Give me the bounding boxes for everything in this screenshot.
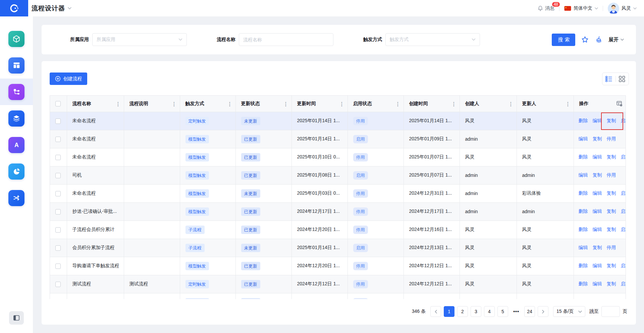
- clear-filters-button[interactable]: [595, 36, 603, 44]
- list-view-button[interactable]: [602, 73, 615, 85]
- action-link-启用[interactable]: 启用: [621, 227, 626, 233]
- action-link-删除[interactable]: 删除: [579, 281, 588, 287]
- action-link-启用[interactable]: 启用: [621, 263, 626, 269]
- action-link-复制[interactable]: 复制: [607, 227, 616, 233]
- page-button-2[interactable]: 2: [457, 306, 468, 317]
- page-button-1[interactable]: 1: [444, 306, 454, 317]
- sidebar-item-pie[interactable]: [0, 158, 33, 185]
- action-link-复制[interactable]: 复制: [607, 190, 616, 196]
- language-selector[interactable]: 简体中文: [564, 5, 598, 11]
- column-menu-icon[interactable]: ⋮: [395, 101, 400, 106]
- page-button-24[interactable]: 24: [524, 306, 535, 317]
- cell-update-status: 已更新: [235, 202, 291, 221]
- column-menu-icon[interactable]: ⋮: [172, 101, 177, 106]
- row-checkbox[interactable]: [55, 118, 61, 124]
- page-button-4[interactable]: 4: [484, 306, 495, 317]
- action-link-停用[interactable]: 停用: [607, 245, 616, 251]
- action-link-删除[interactable]: 删除: [579, 154, 588, 160]
- cell-enable-status-tag: 停用: [353, 280, 368, 288]
- create-process-button[interactable]: 创建流程: [50, 73, 87, 85]
- page-button-3[interactable]: 3: [471, 306, 481, 317]
- action-link-删除[interactable]: 删除: [579, 208, 588, 215]
- app-select[interactable]: 所属应用: [92, 33, 187, 46]
- row-checkbox[interactable]: [55, 282, 61, 287]
- action-link-启用[interactable]: 启用: [621, 154, 626, 160]
- grid-view-button[interactable]: [616, 73, 629, 85]
- action-link-删除[interactable]: 删除: [579, 227, 588, 233]
- cell-updater: 风灵: [517, 112, 574, 130]
- action-link-编辑[interactable]: 编辑: [593, 190, 602, 196]
- action-link-复制[interactable]: 复制: [593, 136, 602, 142]
- cell-enable-status-tag: 停用: [353, 262, 368, 270]
- action-link-启用[interactable]: 启用: [621, 190, 626, 196]
- row-checkbox[interactable]: [55, 137, 61, 142]
- column-menu-icon[interactable]: ⋮: [451, 101, 457, 106]
- chevron-right-icon: [542, 310, 544, 314]
- column-menu-icon[interactable]: ⋮: [339, 101, 344, 106]
- sidebar-item-cube[interactable]: [0, 26, 33, 52]
- column-menu-icon[interactable]: ⋮: [508, 101, 514, 106]
- trigger-select[interactable]: 触发方式: [385, 33, 480, 46]
- next-page-button[interactable]: [538, 306, 548, 317]
- action-link-启用[interactable]: 启用: [621, 208, 626, 215]
- select-all-checkbox[interactable]: [55, 101, 61, 106]
- action-link-启用[interactable]: 启用: [621, 281, 626, 287]
- action-link-编辑[interactable]: 编辑: [579, 136, 588, 142]
- sidebar-item-layout[interactable]: [0, 52, 33, 79]
- action-link-编辑[interactable]: 编辑: [593, 281, 602, 287]
- expand-filters-button[interactable]: 展开: [608, 37, 624, 43]
- action-link-停用[interactable]: 停用: [607, 172, 616, 178]
- action-link-复制[interactable]: 复制: [607, 208, 616, 215]
- action-link-复制[interactable]: 复制: [607, 281, 616, 287]
- user-menu[interactable]: 风灵: [608, 3, 637, 14]
- action-link-编辑[interactable]: 编辑: [579, 172, 588, 178]
- action-link-编辑[interactable]: 编辑: [593, 227, 602, 233]
- action-link-复制[interactable]: 复制: [607, 263, 616, 269]
- action-link-复制[interactable]: 复制: [607, 118, 616, 124]
- sidebar-item-shuffle[interactable]: [0, 185, 33, 211]
- favorite-button[interactable]: [581, 36, 589, 44]
- column-menu-icon[interactable]: ⋮: [283, 101, 288, 106]
- column-menu-icon[interactable]: ⋮: [116, 101, 121, 106]
- action-link-复制[interactable]: 复制: [593, 245, 602, 251]
- action-link-删除[interactable]: 删除: [579, 190, 588, 196]
- column-menu-icon[interactable]: ⋮: [566, 101, 571, 106]
- column-menu-icon[interactable]: ⋮: [227, 101, 232, 106]
- action-link-删除[interactable]: 删除: [579, 118, 588, 124]
- action-link-删除[interactable]: 删除: [579, 263, 588, 269]
- action-link-编辑[interactable]: 编辑: [579, 245, 588, 251]
- cell-process-desc: [124, 166, 180, 184]
- jump-page-input[interactable]: [601, 306, 620, 317]
- prev-page-button[interactable]: [430, 306, 441, 317]
- action-link-复制[interactable]: 复制: [593, 172, 602, 178]
- row-checkbox[interactable]: [55, 209, 61, 215]
- table-row: 司机模型触发已更新2025年01月08日 1...启用2025年01月07日 1…: [50, 166, 626, 184]
- app-logo[interactable]: [0, 0, 28, 16]
- row-checkbox[interactable]: [55, 245, 61, 251]
- page-button-5[interactable]: 5: [497, 306, 508, 317]
- column-header-name: 流程名称⋮: [67, 96, 124, 112]
- search-button[interactable]: 搜索: [552, 34, 575, 46]
- action-link-停用[interactable]: 停用: [607, 136, 616, 142]
- messages-button[interactable]: 消息 48: [537, 5, 554, 11]
- page-size-select[interactable]: 15 条/页: [553, 306, 585, 317]
- action-link-编辑[interactable]: 编辑: [593, 154, 602, 160]
- name-input[interactable]: [243, 37, 329, 42]
- row-checkbox[interactable]: [55, 173, 61, 178]
- row-checkbox[interactable]: [55, 155, 61, 160]
- action-link-编辑[interactable]: 编辑: [593, 118, 602, 124]
- action-link-编辑[interactable]: 编辑: [593, 208, 602, 215]
- row-checkbox[interactable]: [55, 191, 61, 196]
- sidebar-item-layers[interactable]: [0, 105, 33, 132]
- row-checkbox[interactable]: [55, 227, 61, 233]
- sidebar-item-letterA[interactable]: A: [0, 132, 33, 158]
- row-checkbox[interactable]: [55, 264, 61, 269]
- action-link-复制[interactable]: 复制: [607, 154, 616, 160]
- cell-trigger-type: 定时触发: [180, 112, 235, 130]
- app-switcher[interactable]: 流程设计器: [32, 4, 71, 13]
- sidebar-item-flow[interactable]: [0, 79, 33, 105]
- sidebar-collapse-button[interactable]: [9, 311, 24, 325]
- action-link-启用[interactable]: 启用: [621, 118, 626, 124]
- column-settings-icon[interactable]: [616, 101, 623, 106]
- action-link-编辑[interactable]: 编辑: [593, 263, 602, 269]
